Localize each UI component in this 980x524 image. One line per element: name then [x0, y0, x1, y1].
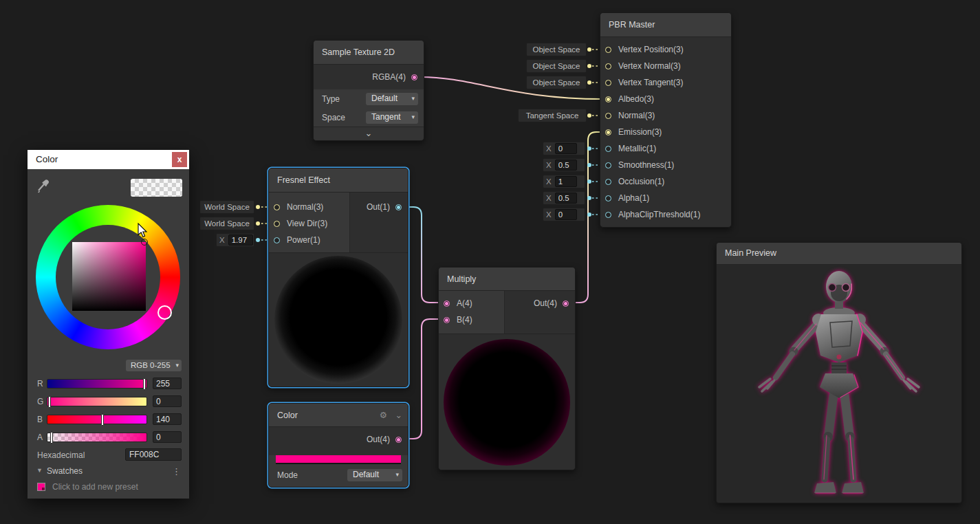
port-smoothness[interactable] — [605, 162, 611, 168]
port-alphaclipthreshold[interactable] — [605, 212, 611, 218]
wire-fresnel-to-multiply-a[interactable] — [404, 207, 442, 303]
color-picker-titlebar[interactable]: Color x — [28, 150, 189, 169]
pill-world-space-2[interactable]: World Space — [199, 217, 254, 230]
occlusion-value-input[interactable] — [555, 176, 577, 187]
port-fresnel-out[interactable] — [395, 204, 402, 210]
shader-graph-canvas[interactable]: Sample Texture 2D RGBA(4) Type Default S… — [0, 0, 980, 524]
slider-handle-g[interactable] — [48, 396, 51, 408]
alphaclip-value-input[interactable] — [555, 209, 577, 220]
pill-occlusion-value[interactable]: X — [543, 175, 585, 188]
pill-label: Object Space — [532, 62, 580, 70]
rgb-mode-dropdown[interactable]: RGB 0-255 — [126, 360, 182, 371]
port-rgba-out[interactable] — [411, 74, 417, 80]
sample-texture-type-dropdown[interactable]: Default — [366, 93, 418, 105]
node-pbr-master[interactable]: PBR Master Vertex Position(3) Vertex Nor… — [600, 12, 732, 228]
port-vertex-position[interactable] — [605, 47, 611, 53]
node-multiply-header[interactable]: Multiply — [439, 268, 575, 291]
fresnel-power-input[interactable] — [228, 234, 253, 245]
saturation-value-square[interactable] — [72, 242, 146, 311]
color-picker-window[interactable]: Color x RGB 0-255 R G — [28, 150, 189, 499]
pill-label: Tangent Space — [526, 111, 579, 120]
slider-row-r: R — [28, 378, 189, 390]
pill-alpha-value[interactable]: X — [543, 191, 585, 205]
color-swatch-bar[interactable] — [276, 455, 401, 464]
eyedropper-icon[interactable] — [36, 177, 51, 194]
port-metallic[interactable] — [605, 146, 611, 152]
pill-object-space-2[interactable]: Object Space — [526, 59, 587, 73]
swatches-triangle-icon: ▼ — [36, 467, 43, 474]
alpha-value-input[interactable] — [555, 193, 577, 204]
close-button[interactable]: x — [172, 152, 187, 167]
value-input-a[interactable] — [153, 431, 182, 443]
mouse-cursor — [138, 223, 149, 238]
pill-smoothness-value[interactable]: X — [543, 158, 585, 172]
port-alpha[interactable] — [605, 195, 611, 201]
pill-world-space-1[interactable]: World Space — [199, 200, 254, 214]
pill-object-space-3[interactable]: Object Space — [526, 76, 587, 89]
x-axis-label: X — [546, 177, 552, 186]
pill-tangent-space[interactable]: Tangent Space — [518, 109, 587, 122]
port-emission[interactable] — [605, 129, 611, 135]
fresnel-preview[interactable] — [269, 252, 408, 386]
pill-alphaclip-value[interactable]: X — [543, 208, 585, 221]
port-color-out[interactable] — [395, 437, 402, 443]
add-preset-row[interactable]: Click to add new preset — [28, 482, 189, 493]
metallic-value-input[interactable] — [555, 143, 577, 154]
kebab-menu-icon[interactable]: ⋮ — [172, 466, 181, 477]
port-vertex-tangent[interactable] — [605, 80, 611, 86]
hexadecimal-input[interactable] — [125, 448, 182, 461]
slider-track-a[interactable] — [47, 433, 147, 442]
node-pbr-master-header[interactable]: PBR Master — [600, 13, 731, 37]
node-color-header[interactable]: Color ⚙ ⌄ — [269, 404, 408, 427]
port-fresnel-normal[interactable] — [274, 204, 280, 210]
node-sample-texture-2d-header[interactable]: Sample Texture 2D — [314, 41, 424, 65]
color-mode-dropdown[interactable]: Default — [347, 469, 402, 481]
node-fresnel-header[interactable]: Fresnel Effect — [269, 168, 408, 193]
slider-handle-r[interactable] — [143, 378, 146, 390]
node-fresnel-effect[interactable]: Fresnel Effect Normal(3) View Dir(3) Pow… — [268, 168, 409, 387]
robot-model — [759, 271, 919, 493]
main-preview-header[interactable]: Main Preview — [717, 243, 961, 265]
slider-track-r[interactable] — [47, 379, 147, 389]
port-fresnel-viewdir[interactable] — [274, 221, 280, 227]
port-multiply-b[interactable] — [444, 317, 450, 323]
pill-fresnel-power-value[interactable]: X — [216, 233, 254, 247]
port-label-multiply-a: A(4) — [457, 298, 472, 308]
preset-swatch-icon[interactable] — [37, 483, 45, 491]
main-preview-panel[interactable]: Main Preview — [716, 242, 962, 503]
port-normal[interactable] — [605, 113, 611, 119]
port-fresnel-power[interactable] — [274, 237, 280, 243]
node-sample-texture-2d[interactable]: Sample Texture 2D RGBA(4) Type Default S… — [313, 40, 424, 141]
smoothness-value-input[interactable] — [555, 160, 577, 171]
hue-ring-selector[interactable] — [157, 305, 172, 320]
value-input-b[interactable] — [153, 413, 182, 425]
wire-color-to-multiply-b[interactable] — [404, 319, 442, 439]
sample-texture-out-row: RGBA(4) — [314, 65, 424, 89]
pill-object-space-1[interactable]: Object Space — [526, 43, 587, 56]
slider-handle-a[interactable] — [50, 432, 53, 444]
swatches-header[interactable]: ▼ Swatches ⋮ — [28, 466, 189, 479]
slider-track-g[interactable] — [47, 397, 147, 406]
port-multiply-a[interactable] — [444, 301, 450, 307]
pill-metallic-value[interactable]: X — [543, 142, 585, 155]
port-vertex-normal[interactable] — [605, 63, 611, 69]
node-multiply[interactable]: Multiply A(4) B(4) Out(4) — [438, 267, 576, 470]
slider-handle-b[interactable] — [101, 414, 104, 426]
sample-texture-collapse-button[interactable]: ⌄ — [314, 127, 424, 140]
slider-track-b[interactable] — [47, 415, 147, 424]
node-color-title: Color — [277, 411, 298, 420]
main-preview-viewport[interactable] — [717, 265, 961, 503]
value-input-g[interactable] — [153, 395, 182, 407]
color-picker-title: Color — [36, 154, 58, 164]
chevron-down-icon[interactable]: ⌄ — [395, 411, 402, 420]
sample-texture-space-dropdown[interactable]: Tangent — [366, 111, 418, 124]
port-albedo[interactable] — [605, 96, 611, 102]
multiply-preview[interactable] — [439, 334, 575, 470]
port-multiply-out[interactable] — [563, 301, 569, 307]
gear-icon[interactable]: ⚙ — [380, 411, 387, 420]
node-color[interactable]: Color ⚙ ⌄ Out(4) Mode Default — [268, 403, 409, 488]
value-input-r[interactable] — [153, 378, 182, 389]
sv-square-selector[interactable] — [141, 239, 148, 245]
port-occlusion[interactable] — [605, 179, 611, 185]
current-color-alpha-swatch[interactable] — [131, 179, 182, 197]
